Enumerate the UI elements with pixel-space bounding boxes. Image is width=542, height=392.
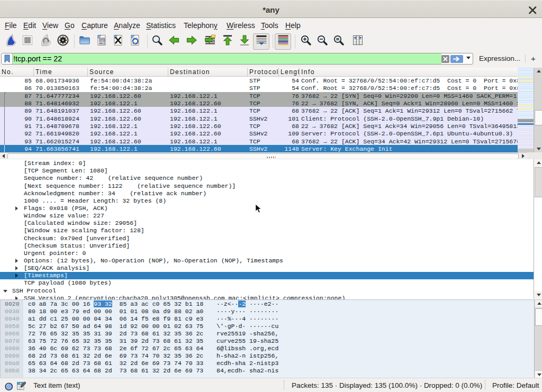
svg-text:0011: 0011 (99, 42, 105, 45)
